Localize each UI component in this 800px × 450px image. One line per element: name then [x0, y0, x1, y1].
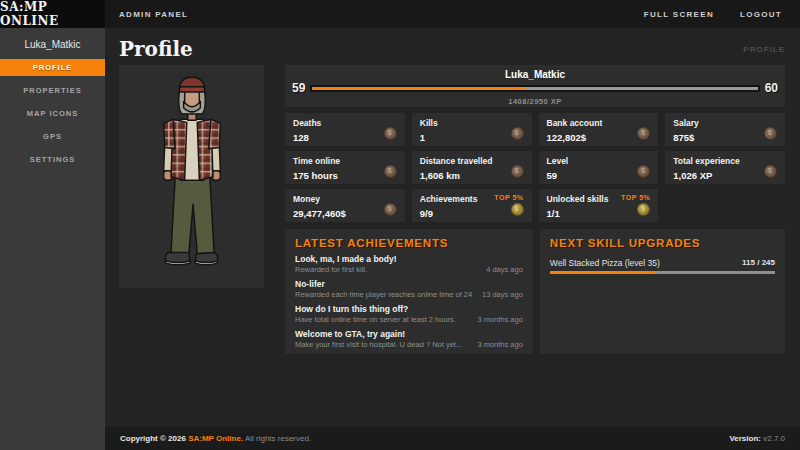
stat-label: Salary — [673, 118, 777, 128]
coin-icon — [511, 127, 524, 140]
achievement-item: No-lifer Rewarded each time player reach… — [295, 279, 523, 299]
top-percent-badge: TOP 5% — [494, 194, 523, 201]
version-value: v2.7.0 — [761, 434, 785, 443]
player-name: Luka_Matkic — [292, 69, 778, 80]
achievement-title: No-lifer — [295, 279, 523, 289]
achievement-item: Welcome to GTA, try again! Make your fir… — [295, 329, 523, 349]
stat-label: Level — [547, 156, 651, 166]
app-logo[interactable]: SA:MP ONLINE — [0, 0, 105, 28]
stat-card-total-experience: Total experience 1,026 XP — [665, 151, 785, 184]
admin-panel-link[interactable]: ADMIN PANEL — [119, 10, 188, 19]
stat-value: 29,477,460$ — [293, 208, 397, 219]
stat-label: Bank account — [547, 118, 651, 128]
player-character-card — [119, 65, 264, 288]
skill-progress-fill — [550, 271, 656, 274]
stat-card-bank-account: Bank account 122,802$ — [539, 113, 659, 146]
coin-gold-icon — [511, 203, 524, 216]
achievement-description: Make your first visit to hospital. U dea… — [295, 340, 469, 349]
skill-item: Well Stacked Pizza (level 35) 115 / 245 — [550, 258, 775, 274]
xp-progress-bar — [310, 85, 759, 92]
stats-grid: Deaths 128 Kills 1 Bank account 122,802$ — [285, 113, 785, 222]
stat-value: 1 — [420, 132, 524, 143]
stat-value: 128 — [293, 132, 397, 143]
logout-button[interactable]: LOGOUT — [740, 10, 782, 19]
stat-value: 9/9 — [420, 208, 524, 219]
sidebar-item-map-icons[interactable]: MAP ICONS — [0, 105, 105, 122]
stat-label: Time online — [293, 156, 397, 166]
sidebar-username: Luka_Matkic — [0, 28, 105, 59]
coin-icon — [764, 127, 777, 140]
next-skill-upgrades-heading: NEXT SKILL UPGRADES — [550, 237, 775, 249]
achievement-title: Look, ma, I made a body! — [295, 254, 523, 264]
brand-name: SA:MP Online. — [188, 434, 243, 443]
stat-card-kills: Kills 1 — [412, 113, 532, 146]
coin-icon — [511, 165, 524, 178]
coin-icon — [764, 165, 777, 178]
stat-card-unlocked-skills: Unlocked skills TOP 5% 1/1 — [539, 189, 659, 222]
achievement-item: How do I turn this thing off? Have total… — [295, 304, 523, 324]
version-text: Version: v2.7.0 — [729, 434, 785, 443]
breadcrumb: PROFILE — [743, 45, 785, 54]
latest-achievements-heading: LATEST ACHIEVEMENTS — [295, 237, 523, 249]
stat-value: 122,802$ — [547, 132, 651, 143]
stat-card-level: Level 59 — [539, 151, 659, 184]
copyright-suffix: All rights reserved. — [243, 434, 311, 443]
achievement-timestamp: 3 months ago — [477, 340, 522, 349]
level-next: 60 — [765, 81, 778, 95]
full-screen-button[interactable]: FULL SCREEN — [644, 10, 714, 19]
page-title: Profile — [119, 37, 193, 61]
stat-label: Money — [293, 194, 397, 204]
stat-card-deaths: Deaths 128 — [285, 113, 405, 146]
stat-value: 1,026 XP — [673, 170, 777, 181]
achievement-item: Look, ma, I made a body! Rewarded for fi… — [295, 254, 523, 274]
achievement-title: Welcome to GTA, try again! — [295, 329, 523, 339]
app-window: SA:MP ONLINE ADMIN PANEL FULL SCREEN LOG… — [0, 0, 800, 450]
stat-card-achievements: Achievements TOP 5% 9/9 — [412, 189, 532, 222]
xp-text: 1408/2950 XP — [292, 97, 778, 106]
achievement-timestamp: 4 days ago — [486, 265, 523, 274]
app-logo-text: SA:MP ONLINE — [0, 0, 105, 28]
version-label: Version: — [729, 434, 761, 443]
coin-icon — [384, 203, 397, 216]
sidebar: Luka_Matkic PROFILE PROPERTIES MAP ICONS… — [0, 28, 105, 450]
stat-value: 59 — [547, 170, 651, 181]
stat-value: 1/1 — [547, 208, 651, 219]
top-percent-badge: TOP 5% — [621, 194, 650, 201]
achievement-timestamp: 13 days ago — [482, 290, 523, 299]
player-character-image — [142, 72, 242, 282]
achievement-description: Rewarded for first kill. — [295, 265, 478, 274]
sidebar-item-properties[interactable]: PROPERTIES — [0, 82, 105, 99]
coin-icon — [384, 127, 397, 140]
sidebar-item-gps[interactable]: GPS — [0, 128, 105, 145]
skill-progress-text: 115 / 245 — [742, 258, 775, 268]
achievement-description: Have total online time on server at leas… — [295, 315, 469, 324]
footer: Copyright © 2026 SA:MP Online. All right… — [105, 427, 800, 450]
xp-card: Luka_Matkic 59 60 1408/2950 XP — [285, 65, 785, 107]
stat-label: Distance travelled — [420, 156, 524, 166]
achievement-timestamp: 3 months ago — [477, 315, 522, 324]
next-skill-upgrades-panel: NEXT SKILL UPGRADES Well Stacked Pizza (… — [540, 229, 785, 354]
stat-label: Total experience — [673, 156, 777, 166]
stat-card-money: Money 29,477,460$ — [285, 189, 405, 222]
stat-label: Kills — [420, 118, 524, 128]
topbar-actions: FULL SCREEN LOGOUT — [644, 10, 800, 19]
achievement-title: How do I turn this thing off? — [295, 304, 523, 314]
stat-value: 1,606 km — [420, 170, 524, 181]
coin-icon — [384, 165, 397, 178]
skill-name: Well Stacked Pizza (level 35) — [550, 258, 742, 268]
achievement-description: Rewarded each time player reaches online… — [295, 290, 474, 299]
level-current: 59 — [292, 81, 305, 95]
latest-achievements-panel: LATEST ACHIEVEMENTS Look, ma, I made a b… — [285, 229, 533, 354]
copyright-text: Copyright © 2026 SA:MP Online. All right… — [120, 434, 311, 443]
stat-label: Deaths — [293, 118, 397, 128]
copyright-prefix: Copyright © 2026 — [120, 434, 188, 443]
stat-value: 175 hours — [293, 170, 397, 181]
sidebar-item-settings[interactable]: SETTINGS — [0, 151, 105, 168]
sidebar-item-profile[interactable]: PROFILE — [0, 59, 105, 76]
skill-progress-bar — [550, 271, 775, 274]
stat-card-salary: Salary 875$ — [665, 113, 785, 146]
xp-progress-fill — [312, 87, 524, 90]
stat-value: 875$ — [673, 132, 777, 143]
top-bar: SA:MP ONLINE ADMIN PANEL FULL SCREEN LOG… — [0, 0, 800, 28]
stat-card-distance-travelled: Distance travelled 1,606 km — [412, 151, 532, 184]
